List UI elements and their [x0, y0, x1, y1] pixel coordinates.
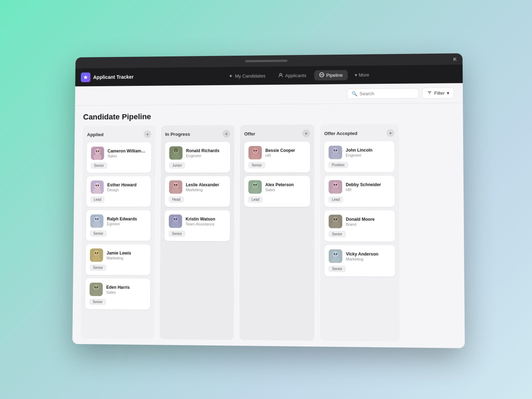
card-person: Alex Peterson Sales [248, 180, 306, 193]
card-eden[interactable]: Eden Harris Sales Senior [85, 278, 150, 309]
add-offer-accepted-button[interactable]: + [387, 129, 394, 137]
person-info: Ronald Richards Engineer [186, 148, 226, 157]
column-offer-accepted-header: Offer Accepted + [324, 128, 394, 138]
add-offer-button[interactable]: + [302, 129, 310, 137]
svg-point-18 [93, 221, 101, 228]
person-name: Jamie Lewis [106, 250, 146, 255]
card-john[interactable]: John Lincoln Engineer Position [324, 141, 394, 172]
svg-point-8 [93, 153, 102, 160]
card-person: Cameron Williamson Sales [91, 146, 147, 160]
person-dept: Team Assistance [185, 222, 226, 226]
card-esther[interactable]: Esther Howard Design Lead [86, 176, 151, 206]
badge: Lead [329, 196, 343, 202]
svg-point-49 [251, 153, 259, 159]
search-box[interactable]: 🔍 [347, 88, 419, 99]
app-brand: Applicant Tracker [81, 72, 134, 82]
badge: Lead [248, 196, 262, 203]
person-name: Eden Harris [106, 284, 146, 290]
person-name: Esther Howard [107, 182, 147, 187]
badge: Junior [169, 162, 185, 168]
person-name: Vicky Anderson [346, 251, 390, 256]
svg-point-13 [93, 188, 101, 194]
drag-handle[interactable] [245, 60, 287, 62]
card-person: Leslie Alexander Marketing [169, 180, 226, 194]
card-donald[interactable]: Donald Moore Brand Senior [325, 210, 395, 242]
person-name: Kristin Watson [185, 216, 226, 221]
keyboard-shortcut: K [453, 56, 457, 61]
applicants-icon [278, 72, 283, 78]
person-info: Leslie Alexander Marketing [186, 182, 226, 192]
column-offer-header: Offer + [244, 129, 310, 138]
kanban-board: Applied + Cameron Williamson Sales Senio… [72, 123, 465, 348]
card-ralph[interactable]: Ralph Edwards Egineer Senior [86, 210, 151, 241]
person-name: Alex Peterson [265, 182, 306, 187]
filter-button[interactable]: Filter ▾ [422, 87, 454, 99]
badge: Position [328, 162, 348, 168]
svg-point-39 [171, 187, 180, 194]
more-menu[interactable]: ▾ More [350, 70, 373, 79]
page-content: Candidate Pipeline Applied + Cameron Wil… [72, 103, 465, 348]
svg-point-1 [320, 72, 324, 77]
badge: Head [169, 196, 183, 203]
badge: Senior [90, 230, 106, 236]
card-vicky[interactable]: Vicky Anderson Marketing Senior [325, 245, 395, 276]
search-input[interactable] [360, 90, 414, 96]
toolbar: 🔍 Filter ▾ [75, 83, 463, 106]
tab-my-candidates-label: My Candidates [235, 73, 265, 78]
svg-point-33 [172, 153, 180, 160]
person-info: Vicky Anderson Marketing [346, 251, 390, 261]
tab-applicants-label: Applicants [285, 72, 306, 78]
person-dept: Sales [106, 290, 146, 294]
card-person: Vicky Anderson Marketing [329, 249, 391, 263]
person-dept: Sales [107, 154, 147, 158]
person-name: Cameron Williamson [107, 148, 147, 153]
column-offer-title: Offer [244, 131, 255, 136]
card-person: Bessie Cooper HR [248, 146, 306, 159]
person-info: John Lincoln Engineer [346, 147, 390, 157]
filter-chevron-icon: ▾ [447, 90, 449, 95]
person-dept: Sales [265, 187, 306, 192]
page-title: Candidate Pipeline [83, 110, 454, 121]
my-candidates-icon: ✦ [229, 73, 233, 79]
person-dept: Egineer [107, 221, 146, 226]
svg-point-64 [331, 187, 340, 193]
person-dept: Engineer [186, 153, 226, 157]
add-in-progress-button[interactable]: + [222, 130, 230, 138]
tab-pipeline[interactable]: Pipeline [314, 70, 348, 80]
card-kristin[interactable]: Kristin Watson Team Assistance Senior [165, 210, 230, 241]
card-alex[interactable]: Alex Peterson Sales Lead [244, 176, 310, 206]
card-person: John Lincoln Engineer [328, 145, 390, 159]
card-ronald[interactable]: Ronald Richards Engineer Junior [165, 142, 230, 173]
svg-point-44 [171, 221, 180, 228]
card-cameron[interactable]: Cameron Williamson Sales Senior [87, 142, 151, 172]
card-jamie[interactable]: Jamie Lewis Marketing Senior [85, 244, 150, 275]
app-title: Applicant Tracker [93, 74, 134, 80]
person-dept: Marketing [346, 256, 390, 261]
person-dept: Design [107, 187, 147, 192]
card-bessie[interactable]: Bessie Cooper HR Senior [244, 142, 310, 172]
tab-applicants[interactable]: Applicants [273, 70, 311, 81]
person-info: Esther Howard Design [107, 182, 147, 192]
tab-my-candidates[interactable]: ✦ My Candidates [224, 71, 270, 81]
card-debby[interactable]: Debby Schneider HR Lead [324, 176, 395, 207]
filter-icon [427, 90, 432, 96]
person-info: Alex Peterson Sales [265, 182, 306, 192]
badge: Senior [90, 265, 106, 271]
column-applied: Applied + Cameron Williamson Sales Senio… [81, 125, 156, 339]
person-info: Debby Schneider HR [346, 182, 390, 192]
person-name: Ralph Edwards [107, 216, 146, 221]
badge: Senior [169, 231, 185, 237]
person-info: Bessie Cooper HR [265, 148, 306, 157]
column-in-progress: In Progress + Ronald Richards Engineer J… [160, 125, 234, 340]
tab-pipeline-label: Pipeline [326, 72, 343, 77]
person-info: Cameron Williamson Sales [107, 148, 147, 158]
badge: Senior [329, 266, 346, 272]
card-leslie[interactable]: Leslie Alexander Marketing Head [165, 176, 230, 207]
svg-point-28 [92, 289, 100, 296]
svg-point-23 [92, 255, 101, 262]
app-window: K Applicant Tracker ✦ My Candidates [72, 53, 465, 348]
card-person: Debby Schneider HR [329, 180, 390, 193]
person-info: Ralph Edwards Egineer [107, 216, 146, 226]
svg-point-54 [251, 187, 259, 194]
add-applied-button[interactable]: + [144, 130, 151, 138]
